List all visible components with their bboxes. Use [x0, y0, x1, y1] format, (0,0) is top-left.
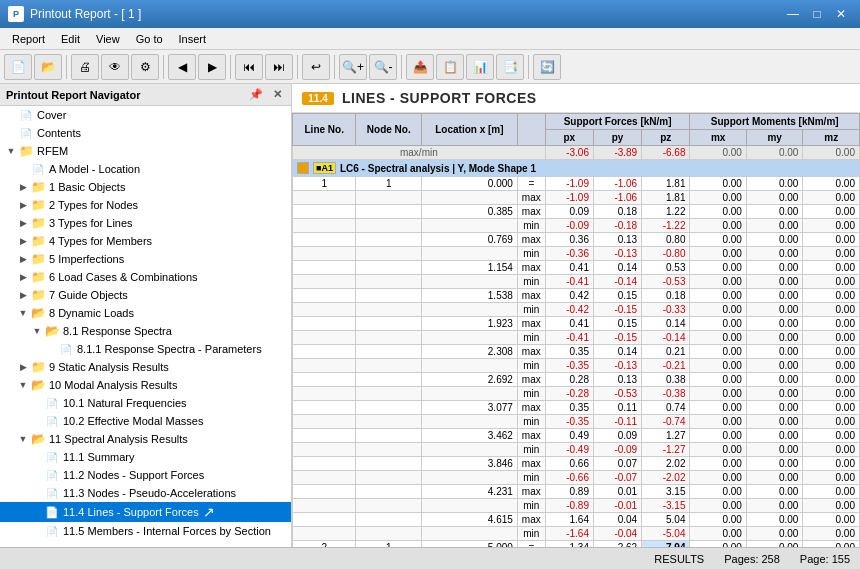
cell-x: [422, 499, 518, 513]
tree-item-10-1-natural[interactable]: 📄 10.1 Natural Frequencies: [0, 394, 291, 412]
menu-goto[interactable]: Go to: [128, 31, 171, 47]
tree-item-9-static[interactable]: ▶ 📁 9 Static Analysis Results: [0, 358, 291, 376]
title-bar-controls: — □ ✕: [782, 5, 852, 23]
tree-item-11-5-members[interactable]: 📄 11.5 Members - Internal Forces by Sect…: [0, 522, 291, 540]
new-button[interactable]: 📄: [4, 54, 32, 80]
doc-icon-11-2: 📄: [44, 468, 60, 482]
maximize-button[interactable]: □: [806, 5, 828, 23]
cell-px: -0.49: [545, 443, 593, 457]
zoom-out-button[interactable]: 🔍-: [369, 54, 397, 80]
cell-px: 0.28: [545, 373, 593, 387]
prev-button[interactable]: ◀: [168, 54, 196, 80]
cell-px: 0.41: [545, 261, 593, 275]
menu-insert[interactable]: Insert: [171, 31, 215, 47]
cell-pz: -0.14: [642, 331, 690, 345]
menu-report[interactable]: Report: [4, 31, 53, 47]
cell-line-no: [293, 429, 356, 443]
refresh-button[interactable]: 🔄: [533, 54, 561, 80]
table-row: min -1.64 -0.04 -5.04 0.00 0.00 0.00: [293, 527, 860, 541]
table-row: min -0.41 -0.15 -0.14 0.00 0.00 0.00: [293, 331, 860, 345]
menu-edit[interactable]: Edit: [53, 31, 88, 47]
tree-item-10-2-effective[interactable]: 📄 10.2 Effective Modal Masses: [0, 412, 291, 430]
minimize-button[interactable]: —: [782, 5, 804, 23]
cell-line-no: [293, 289, 356, 303]
table-row: 4.615 max 1.64 0.04 5.04 0.00 0.00 0.00: [293, 513, 860, 527]
tree-label-11-1: 11.1 Summary: [63, 451, 135, 463]
tree-item-rfem[interactable]: ▼ 📁 RFEM: [0, 142, 291, 160]
cell-mz: 0.00: [803, 317, 860, 331]
export4-button[interactable]: 📑: [496, 54, 524, 80]
tree-item-11-3-nodes-pseudo[interactable]: 📄 11.3 Nodes - Pseudo-Accelerations: [0, 484, 291, 502]
navigator-tree: 📄 Cover 📄 Contents ▼ 📁 RFEM 📄 A Model - …: [0, 106, 291, 547]
table-row: min -0.36 -0.13 -0.80 0.00 0.00 0.00: [293, 247, 860, 261]
cell-type: min: [517, 499, 545, 513]
tree-item-10-modal[interactable]: ▼ 📂 10 Modal Analysis Results: [0, 376, 291, 394]
cell-type: min: [517, 219, 545, 233]
tree-item-11-2-nodes[interactable]: 📄 11.2 Nodes - Support Forces: [0, 466, 291, 484]
last-button[interactable]: ⏭: [265, 54, 293, 80]
tree-item-3-lines[interactable]: ▶ 📁 3 Types for Lines: [0, 214, 291, 232]
print-options-button[interactable]: ⚙: [131, 54, 159, 80]
table-container[interactable]: Line No. Node No. Location x [m] Support…: [292, 113, 860, 547]
cell-x: [422, 303, 518, 317]
cell-pz: -1.27: [642, 443, 690, 457]
cell-node-no: [356, 205, 422, 219]
folder-icon-8-1-response: 📂: [44, 324, 60, 338]
tree-item-6-load[interactable]: ▶ 📁 6 Load Cases & Combinations: [0, 268, 291, 286]
tree-label-rfem: RFEM: [37, 145, 68, 157]
expand-8-1-response: ▼: [30, 326, 44, 336]
nav-close-button[interactable]: ✕: [270, 88, 285, 101]
tree-item-11-1-summary[interactable]: 📄 11.1 Summary: [0, 448, 291, 466]
print-preview-button[interactable]: 👁: [101, 54, 129, 80]
cell-mx: 0.00: [690, 289, 746, 303]
tree-item-8-dynamic[interactable]: ▼ 📂 8 Dynamic Loads: [0, 304, 291, 322]
cell-mz: 0.00: [803, 499, 860, 513]
zoom-in-button[interactable]: 🔍+: [339, 54, 367, 80]
content-title: LINES - SUPPORT FORCES: [342, 90, 537, 106]
cell-x: [422, 275, 518, 289]
cell-x: 3.462: [422, 429, 518, 443]
cell-node-no: [356, 513, 422, 527]
cell-pz: 1.81: [642, 191, 690, 205]
col-py: py: [593, 130, 641, 146]
cell-py: -0.53: [593, 387, 641, 401]
cell-node-no: [356, 415, 422, 429]
back-button[interactable]: ↩: [302, 54, 330, 80]
print-button[interactable]: 🖨: [71, 54, 99, 80]
tree-item-11-4-lines[interactable]: 📄 11.4 Lines - Support Forces ↗: [0, 502, 291, 522]
toolbar-sep-4: [297, 55, 298, 79]
tree-item-5-imperf[interactable]: ▶ 📁 5 Imperfections: [0, 250, 291, 268]
cell-mx: 0.00: [690, 513, 746, 527]
next-button[interactable]: ▶: [198, 54, 226, 80]
folder-icon-rfem: 📁: [18, 144, 34, 158]
tree-item-a-model[interactable]: 📄 A Model - Location: [0, 160, 291, 178]
expand-6-load: ▶: [16, 272, 30, 282]
cell-px: 0.66: [545, 457, 593, 471]
table-row: 3.077 max 0.35 0.11 0.74 0.00 0.00 0.00: [293, 401, 860, 415]
cell-my: 0.00: [746, 485, 802, 499]
first-button[interactable]: ⏮: [235, 54, 263, 80]
tree-item-8-1-response[interactable]: ▼ 📂 8.1 Response Spectra: [0, 322, 291, 340]
cell-px: 0.35: [545, 401, 593, 415]
export2-button[interactable]: 📋: [436, 54, 464, 80]
export3-button[interactable]: 📊: [466, 54, 494, 80]
tree-item-7-guide[interactable]: ▶ 📁 7 Guide Objects: [0, 286, 291, 304]
cell-py: -0.18: [593, 219, 641, 233]
cell-type: max: [517, 485, 545, 499]
lc-label: LC6 - Spectral analysis | Y, Mode Shape …: [340, 163, 536, 174]
tree-item-contents[interactable]: 📄 Contents: [0, 124, 291, 142]
tree-item-11-spectral[interactable]: ▼ 📂 11 Spectral Analysis Results: [0, 430, 291, 448]
pin-button[interactable]: 📌: [246, 88, 266, 101]
tree-item-2-nodes[interactable]: ▶ 📁 2 Types for Nodes: [0, 196, 291, 214]
tree-item-8-1-1-response[interactable]: 📄 8.1.1 Response Spectra - Parameters: [0, 340, 291, 358]
tree-item-1-basic[interactable]: ▶ 📁 1 Basic Objects: [0, 178, 291, 196]
tree-item-cover[interactable]: 📄 Cover: [0, 106, 291, 124]
export-button[interactable]: 📤: [406, 54, 434, 80]
navigator-header: Printout Report Navigator 📌 ✕: [0, 84, 291, 106]
menu-view[interactable]: View: [88, 31, 128, 47]
close-button[interactable]: ✕: [830, 5, 852, 23]
cell-py: -1.06: [593, 191, 641, 205]
tree-item-4-members[interactable]: ▶ 📁 4 Types for Members: [0, 232, 291, 250]
status-bar: RESULTS Pages: 258 Page: 155: [0, 547, 860, 569]
open-button[interactable]: 📂: [34, 54, 62, 80]
